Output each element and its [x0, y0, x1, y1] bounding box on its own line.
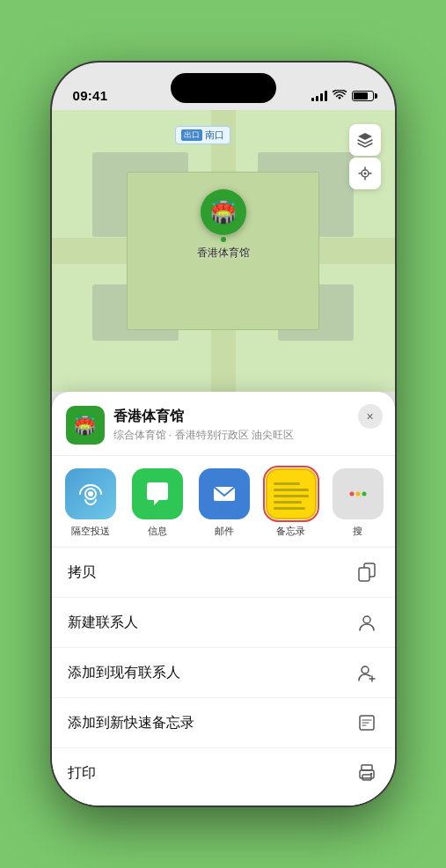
battery-fill — [354, 92, 369, 99]
venue-subtitle: 综合体育馆 · 香港特别行政区 油尖旺区 — [113, 428, 294, 443]
airdrop-icon — [65, 468, 116, 519]
action-row-new-contact[interactable]: 新建联系人 — [52, 598, 395, 648]
airdrop-label: 隔空投送 — [71, 525, 110, 538]
venue-pin[interactable]: 🏟️ 香港体育馆 — [197, 189, 250, 261]
notes-line-5 — [274, 507, 305, 510]
home-indicator — [52, 798, 395, 805]
map-label-tag: 出口 — [181, 129, 202, 141]
venue-name: 香港体育馆 — [113, 408, 294, 426]
signal-bar-2 — [316, 96, 318, 101]
map-controls — [349, 124, 381, 189]
mail-label: 邮件 — [215, 525, 234, 538]
close-button[interactable]: × — [358, 404, 383, 429]
action-row-copy[interactable]: 拷贝 — [52, 548, 395, 598]
status-icons — [311, 89, 374, 103]
svg-point-1 — [363, 173, 366, 175]
wifi-icon — [333, 89, 347, 103]
share-notes[interactable]: 备忘录 — [261, 468, 321, 538]
bottom-sheet: 🏟️ 香港体育馆 综合体育馆 · 香港特别行政区 油尖旺区 × — [52, 392, 395, 805]
action-row-print[interactable]: 打印 — [52, 748, 395, 798]
add-contact-icon — [355, 660, 379, 685]
map-label: 出口 南口 — [175, 126, 230, 144]
action-quick-note-label: 添加到新快速备忘录 — [68, 714, 194, 732]
location-button[interactable] — [349, 158, 381, 189]
share-messages[interactable]: 信息 — [128, 468, 187, 538]
messages-icon — [132, 468, 183, 519]
pin-label: 香港体育馆 — [197, 246, 250, 261]
svg-point-16 — [369, 773, 371, 775]
more-label: 搜 — [353, 525, 362, 538]
map-layers-button[interactable] — [349, 124, 381, 156]
svg-rect-15 — [362, 775, 371, 780]
signal-bar-3 — [320, 93, 323, 101]
dynamic-island — [171, 73, 276, 103]
action-print-label: 打印 — [68, 764, 96, 783]
venue-info: 香港体育馆 综合体育馆 · 香港特别行政区 油尖旺区 — [113, 408, 294, 443]
battery-icon — [352, 91, 374, 101]
share-mail[interactable]: 邮件 — [194, 468, 254, 538]
copy-icon — [355, 560, 379, 585]
action-copy-label: 拷贝 — [68, 563, 96, 582]
venue-header: 🏟️ 香港体育馆 综合体育馆 · 香港特别行政区 油尖旺区 × — [52, 392, 395, 456]
share-airdrop[interactable]: 隔空投送 — [61, 468, 121, 538]
pin-icon: 🏟️ — [201, 189, 246, 235]
messages-label: 信息 — [148, 525, 167, 538]
svg-rect-13 — [362, 765, 372, 770]
action-row-quick-note[interactable]: 添加到新快速备忘录 — [52, 698, 395, 748]
svg-point-3 — [88, 491, 93, 497]
quick-note-icon — [355, 710, 379, 735]
notes-line-2 — [274, 489, 309, 491]
svg-point-10 — [363, 616, 370, 623]
svg-point-7 — [362, 492, 366, 497]
pin-emoji: 🏟️ — [210, 200, 237, 224]
svg-point-11 — [362, 666, 369, 673]
svg-point-6 — [355, 492, 360, 497]
status-time: 09:41 — [73, 88, 108, 103]
new-contact-icon — [355, 610, 379, 635]
more-icon — [333, 468, 384, 519]
screen: 09:41 — [52, 63, 395, 805]
print-icon — [355, 761, 379, 785]
map-label-text: 南口 — [205, 129, 224, 142]
notes-line-1 — [274, 482, 300, 485]
signal-bar-4 — [325, 91, 327, 101]
signal-bar-1 — [311, 98, 314, 101]
action-new-contact-label: 新建联系人 — [68, 614, 138, 632]
notes-line-3 — [274, 495, 309, 497]
action-add-contact-label: 添加到现有联系人 — [68, 664, 180, 682]
action-row-add-contact[interactable]: 添加到现有联系人 — [52, 648, 395, 698]
mail-icon — [199, 468, 250, 519]
notes-label: 备忘录 — [276, 525, 305, 538]
venue-logo: 🏟️ — [66, 406, 105, 445]
notes-line-4 — [274, 501, 302, 504]
map-area[interactable]: 出口 南口 — [52, 110, 395, 392]
svg-rect-9 — [359, 568, 369, 581]
phone-shell: 09:41 — [52, 63, 395, 805]
pin-dot — [221, 237, 226, 242]
share-more[interactable]: 搜 — [328, 468, 388, 538]
notes-icon — [266, 468, 317, 519]
signal-bars-icon — [311, 91, 327, 101]
share-row: 隔空投送 信息 — [52, 456, 395, 548]
svg-point-5 — [349, 492, 354, 497]
